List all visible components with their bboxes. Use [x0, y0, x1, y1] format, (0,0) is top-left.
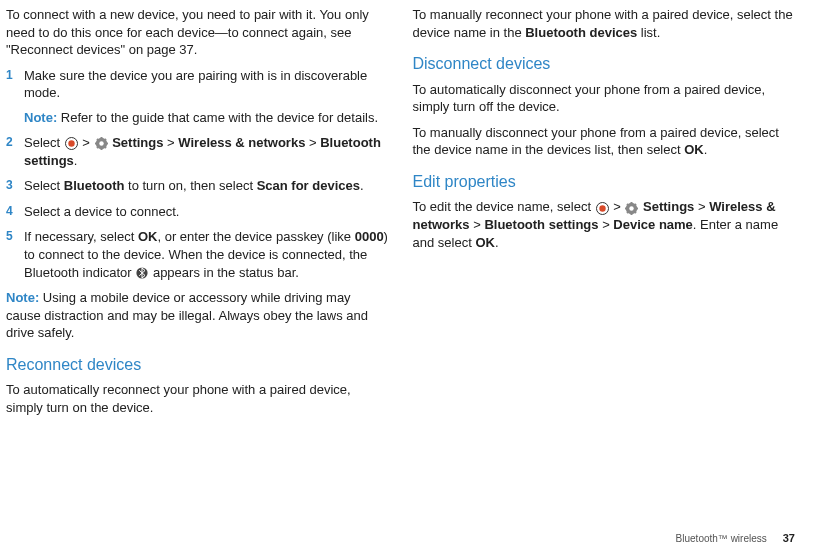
disconnect-heading: Disconnect devices [413, 53, 796, 75]
page-number: 37 [783, 531, 795, 546]
footer-section: Bluetooth™ wireless [676, 532, 767, 546]
svg-point-16 [630, 206, 634, 210]
step-number: 4 [6, 203, 24, 221]
svg-point-7 [99, 142, 103, 146]
bluetooth-icon [136, 266, 148, 280]
step-body: Make sure the device you are pairing wit… [24, 68, 367, 101]
edit-heading: Edit properties [413, 171, 796, 193]
reconnect-body: To automatically reconnect your phone wi… [6, 381, 389, 416]
settings-label: Settings [112, 135, 163, 150]
bluetooth-devices-label: Bluetooth devices [525, 25, 637, 40]
right-column: To manually reconnect your phone with a … [413, 6, 796, 424]
step-body: Select a device to connect. [24, 203, 389, 221]
text: , or enter the device passkey (like [157, 229, 354, 244]
text: If necessary, select [24, 229, 138, 244]
svg-point-10 [599, 205, 605, 211]
text: To edit the device name, select [413, 199, 595, 214]
intro-paragraph: To connect with a new device, you need t… [6, 6, 389, 59]
scan-label: Scan for devices [257, 178, 360, 193]
settings-label: Settings [643, 199, 694, 214]
text: > [599, 217, 614, 232]
text: . [704, 142, 708, 157]
bluetooth-label: Bluetooth [64, 178, 125, 193]
text: appears in the status bar. [149, 265, 299, 280]
text: Select [24, 135, 64, 150]
page-footer: Bluetooth™ wireless 37 [676, 531, 795, 546]
device-name-label: Device name [613, 217, 693, 232]
svg-point-1 [68, 141, 74, 147]
step-4: 4 Select a device to connect. [6, 203, 389, 221]
step-2: 2 Select > Settings > Wireless & network… [6, 134, 389, 169]
text: > [610, 199, 625, 214]
home-icon [596, 202, 609, 215]
gear-icon [625, 202, 638, 215]
ok-label: OK [475, 235, 495, 250]
note-label: Note: [6, 290, 39, 305]
note-label: Note: [24, 110, 57, 125]
text: . [360, 178, 364, 193]
note-text: Using a mobile device or accessory while… [6, 290, 368, 340]
disconnect-manual: To manually disconnect your phone from a… [413, 124, 796, 159]
wireless-networks-label: Wireless & networks [178, 135, 305, 150]
home-icon [65, 137, 78, 150]
step-1: 1 Make sure the device you are pairing w… [6, 67, 389, 127]
step-5: 5 If necessary, select OK, or enter the … [6, 228, 389, 281]
text: . [74, 153, 78, 168]
ok-label: OK [138, 229, 158, 244]
text: to turn on, then select [124, 178, 256, 193]
text: list. [637, 25, 660, 40]
step-3: 3 Select Bluetooth to turn on, then sele… [6, 177, 389, 195]
step-number: 2 [6, 134, 24, 169]
text: To manually disconnect your phone from a… [413, 125, 779, 158]
gear-icon [95, 137, 108, 150]
edit-body: To edit the device name, select > Settin… [413, 198, 796, 251]
driving-note: Note: Using a mobile device or accessory… [6, 289, 389, 342]
reconnect-heading: Reconnect devices [6, 354, 389, 376]
disconnect-auto: To automatically disconnect your phone f… [413, 81, 796, 116]
text: > [79, 135, 94, 150]
note-text: Refer to the guide that came with the de… [57, 110, 378, 125]
text: > [305, 135, 320, 150]
step-number: 3 [6, 177, 24, 195]
ok-label: OK [684, 142, 704, 157]
text: > [470, 217, 485, 232]
step-number: 1 [6, 67, 24, 127]
text: > [694, 199, 709, 214]
text: > [164, 135, 179, 150]
passkey-label: 0000 [355, 229, 384, 244]
manual-reconnect: To manually reconnect your phone with a … [413, 6, 796, 41]
text: Select [24, 178, 64, 193]
step-number: 5 [6, 228, 24, 281]
text: . [495, 235, 499, 250]
bluetooth-settings-label: Bluetooth settings [484, 217, 598, 232]
left-column: To connect with a new device, you need t… [6, 6, 389, 424]
